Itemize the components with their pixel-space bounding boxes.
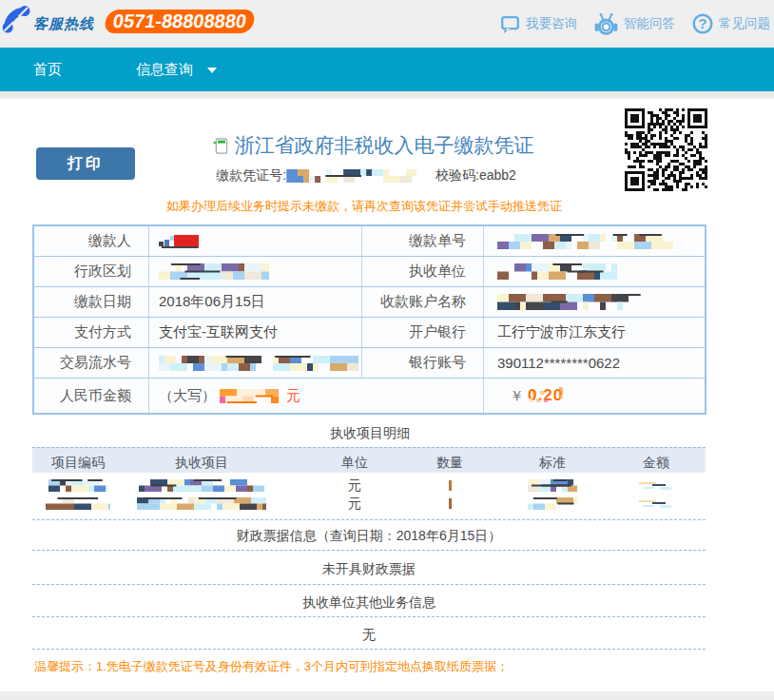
consult-label: 我要咨询	[526, 15, 577, 32]
col-amt: 金额	[635, 455, 706, 472]
redacted-mosaic	[139, 479, 264, 492]
redacted-mosaic	[159, 233, 204, 249]
table-row: 支付方式 支付宝-互联网支付 开户银行 工行宁波市江东支行	[34, 318, 705, 348]
consult-link[interactable]: 我要咨询	[500, 14, 577, 34]
redacted-mosaic	[639, 481, 673, 490]
table-row: 人民币金额 （大写） 元 ￥ 0.20	[34, 379, 705, 413]
title-row: 浙江省政府非税收入电子缴款凭证	[214, 132, 534, 159]
col-code: 项目编码	[32, 455, 124, 472]
col-std: 标准	[470, 455, 635, 472]
item-cell-std	[470, 476, 635, 495]
region-value	[149, 257, 362, 286]
date-label: 缴款日期	[34, 287, 149, 317]
question-circle-icon: ?	[692, 13, 713, 34]
payer-value	[149, 226, 362, 256]
check-code-value: eabb2	[479, 167, 516, 183]
col-qty: 数量	[430, 455, 470, 472]
item-cell-unit: 元	[280, 495, 430, 513]
yuan-suffix: 元	[286, 387, 300, 405]
certificate-icon	[214, 138, 228, 154]
items-row: 元	[32, 476, 706, 495]
nav-info-query[interactable]: 信息查询	[136, 48, 193, 91]
table-row: 缴款日期 2018年06月15日 收款账户名称	[34, 287, 705, 318]
redacted-mosaic	[497, 234, 673, 249]
pay-method-value: 支付宝-互联网支付	[149, 318, 362, 347]
redacted-mosaic	[497, 263, 617, 280]
page-title: 浙江省政府非税收入电子缴款凭证	[235, 132, 534, 159]
bill-no-value	[484, 226, 705, 256]
divider-strip	[0, 91, 774, 99]
amount-label: 人民币金额	[34, 379, 149, 413]
redacted-mosaic	[639, 499, 673, 508]
certificate-table: 缴款人 缴款单号 行政区划 执收单位 缴款日期 2018年06月15日 收款账户…	[32, 224, 706, 415]
item-cell-amt	[635, 495, 706, 513]
redacted-mosaic	[220, 389, 279, 403]
account-name-label: 收款账户名称	[362, 287, 484, 317]
col-item: 执收项目	[124, 455, 280, 472]
item-cell-unit: 元	[280, 476, 430, 495]
item-cell-qty	[430, 476, 470, 495]
smart-qa-label: 智能问答	[624, 15, 675, 32]
voucher-no-redacted	[286, 169, 416, 183]
qr-code	[625, 108, 707, 191]
table-row: 行政区划 执收单位	[34, 257, 705, 287]
serial-value	[149, 348, 362, 378]
region-label: 行政区划	[34, 257, 149, 286]
check-code: 校验码:eabb2	[435, 167, 516, 185]
payer-label: 缴款人	[34, 226, 149, 256]
items-table: 项目编码 执收项目 单位 数量 标准 金额 元 元	[32, 447, 706, 520]
unit-label: 执收单位	[362, 257, 484, 286]
amount-daxie-value: （大写） 元	[149, 379, 484, 413]
chevron-down-icon	[207, 68, 217, 73]
bank-label: 开户银行	[362, 318, 484, 347]
item-unit-value: 元	[348, 496, 361, 513]
print-button[interactable]: 打印	[36, 147, 135, 180]
bank-value: 工行宁波市江东支行	[484, 318, 705, 347]
hotline-number-badge: 0571-88808880	[103, 10, 256, 33]
none-info: 无	[32, 617, 706, 650]
faq-link[interactable]: ? 常见问题	[692, 13, 770, 34]
faq-label: 常见问题	[719, 15, 770, 32]
account-name-value	[484, 287, 705, 317]
currency-symbol: ￥	[510, 387, 524, 405]
item-cell-name	[124, 476, 280, 495]
bank-account-value: 390112********0622	[484, 348, 705, 378]
item-cell-amt	[635, 476, 706, 495]
hotline-number: 0571-88808880	[111, 10, 247, 32]
nav-home[interactable]: 首页	[33, 48, 62, 91]
amount-value-number: 0.20	[528, 386, 563, 405]
redacted-mosaic	[497, 294, 651, 310]
table-row: 缴款人 缴款单号	[34, 226, 705, 257]
voucher-no-row: 缴款凭证号: 校验码:eabb2	[216, 167, 516, 185]
hotline-label: 客服热线	[33, 15, 94, 33]
bank-account-label: 银行账号	[362, 348, 484, 378]
top-links: 我要咨询 智能问答 ? 常见问题	[483, 0, 770, 48]
col-unit: 单位	[280, 455, 430, 472]
bill-no-label: 缴款单号	[362, 226, 484, 256]
top-bar: 客服热线 0571-88808880 我要咨询	[0, 0, 774, 48]
no-bill-info: 未开具财政票据	[32, 551, 706, 585]
redacted-mosaic	[137, 497, 266, 510]
item-cell-std	[470, 495, 635, 513]
nav-bar: 首页 信息查询	[0, 48, 774, 91]
item-cell-code	[32, 495, 124, 513]
other-biz-info: 执收单位其他业务信息	[32, 585, 706, 617]
serial-label: 交易流水号	[34, 348, 149, 378]
item-cell-qty	[430, 495, 470, 513]
phone-icon	[1, 4, 31, 36]
amount-value: ￥ 0.20	[484, 379, 705, 413]
smart-qa-link[interactable]: 智能问答	[594, 12, 675, 36]
redacted-mosaic	[159, 356, 358, 371]
redacted-mosaic	[159, 263, 269, 280]
amount-daxie-prefix: （大写）	[159, 387, 216, 405]
fiscal-bill-info: 财政票据信息（查询日期：2018年6月15日）	[32, 519, 706, 551]
redacted-mosaic	[528, 497, 577, 510]
certificate-panel: 打印 浙江省政府非税收入电子缴款凭证 缴款凭证号: 校验码:eabb2 如果办理…	[0, 99, 774, 691]
hotline: 客服热线	[1, 2, 94, 46]
svg-text:?: ?	[699, 16, 707, 31]
voucher-no-label: 缴款凭证号:	[216, 167, 286, 185]
chat-bubble-icon	[500, 14, 520, 34]
items-section-title: 执收项目明细	[330, 425, 410, 442]
items-header: 项目编码 执收项目 单位 数量 标准 金额	[32, 447, 706, 473]
redacted-mosaic	[449, 480, 452, 491]
